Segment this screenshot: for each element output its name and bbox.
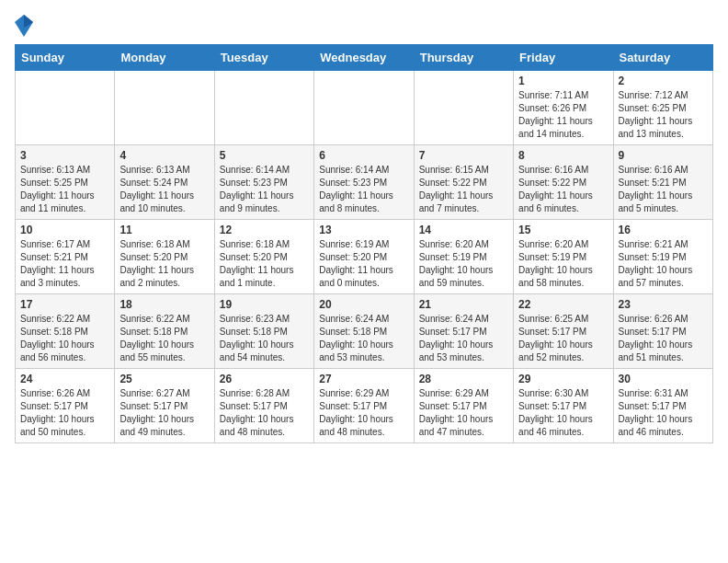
day-number: 3 <box>20 149 109 162</box>
calendar-cell: 7Sunrise: 6:15 AM Sunset: 5:22 PM Daylig… <box>414 145 513 220</box>
calendar-week-4: 17Sunrise: 6:22 AM Sunset: 5:18 PM Dayli… <box>16 294 713 369</box>
calendar-cell: 22Sunrise: 6:25 AM Sunset: 5:17 PM Dayli… <box>514 294 613 369</box>
calendar-cell: 1Sunrise: 7:11 AM Sunset: 6:26 PM Daylig… <box>514 71 613 145</box>
calendar-cell <box>314 71 414 145</box>
day-number: 8 <box>518 149 608 162</box>
calendar-cell: 2Sunrise: 7:12 AM Sunset: 6:25 PM Daylig… <box>613 71 712 145</box>
weekday-header-row: SundayMondayTuesdayWednesdayThursdayFrid… <box>16 45 713 71</box>
calendar-week-1: 1Sunrise: 7:11 AM Sunset: 6:26 PM Daylig… <box>16 71 713 145</box>
day-info: Sunrise: 6:29 AM Sunset: 5:17 PM Dayligh… <box>419 387 508 439</box>
day-info: Sunrise: 6:13 AM Sunset: 5:24 PM Dayligh… <box>119 164 209 215</box>
day-info: Sunrise: 6:27 AM Sunset: 5:17 PM Dayligh… <box>119 387 209 439</box>
weekday-header-sunday: Sunday <box>16 45 115 71</box>
calendar-cell: 16Sunrise: 6:21 AM Sunset: 5:19 PM Dayli… <box>613 220 712 294</box>
calendar-cell: 21Sunrise: 6:24 AM Sunset: 5:17 PM Dayli… <box>414 294 513 369</box>
day-info: Sunrise: 6:22 AM Sunset: 5:18 PM Dayligh… <box>20 313 109 364</box>
calendar-week-5: 24Sunrise: 6:26 AM Sunset: 5:17 PM Dayli… <box>16 369 713 443</box>
day-number: 23 <box>619 298 708 311</box>
calendar-cell: 25Sunrise: 6:27 AM Sunset: 5:17 PM Dayli… <box>115 369 214 443</box>
day-number: 25 <box>119 373 209 385</box>
day-number: 27 <box>319 373 408 385</box>
calendar-cell: 27Sunrise: 6:29 AM Sunset: 5:17 PM Dayli… <box>314 369 414 443</box>
day-number: 28 <box>419 373 508 385</box>
weekday-header-wednesday: Wednesday <box>314 45 414 71</box>
day-info: Sunrise: 6:21 AM Sunset: 5:19 PM Dayligh… <box>619 238 708 290</box>
day-number: 24 <box>20 373 109 385</box>
day-number: 5 <box>220 149 309 162</box>
calendar-cell: 30Sunrise: 6:31 AM Sunset: 5:17 PM Dayli… <box>613 369 712 443</box>
day-info: Sunrise: 6:18 AM Sunset: 5:20 PM Dayligh… <box>119 238 209 290</box>
calendar-cell <box>16 71 115 145</box>
day-info: Sunrise: 6:16 AM Sunset: 5:21 PM Dayligh… <box>619 164 708 215</box>
day-number: 16 <box>619 224 708 236</box>
calendar-cell: 11Sunrise: 6:18 AM Sunset: 5:20 PM Dayli… <box>115 220 214 294</box>
calendar-cell: 18Sunrise: 6:22 AM Sunset: 5:18 PM Dayli… <box>115 294 214 369</box>
day-number: 13 <box>319 224 408 236</box>
calendar-cell: 5Sunrise: 6:14 AM Sunset: 5:23 PM Daylig… <box>214 145 313 220</box>
day-info: Sunrise: 6:16 AM Sunset: 5:22 PM Dayligh… <box>518 164 608 215</box>
calendar-cell: 3Sunrise: 6:13 AM Sunset: 5:25 PM Daylig… <box>16 145 115 220</box>
logo-icon <box>15 15 33 37</box>
calendar-cell: 4Sunrise: 6:13 AM Sunset: 5:24 PM Daylig… <box>115 145 214 220</box>
day-info: Sunrise: 6:18 AM Sunset: 5:20 PM Dayligh… <box>220 238 309 290</box>
day-info: Sunrise: 6:25 AM Sunset: 5:17 PM Dayligh… <box>518 313 608 364</box>
day-info: Sunrise: 6:24 AM Sunset: 5:17 PM Dayligh… <box>419 313 508 364</box>
day-number: 9 <box>619 149 708 162</box>
day-info: Sunrise: 6:29 AM Sunset: 5:17 PM Dayligh… <box>319 387 408 439</box>
page-header <box>15 15 713 37</box>
day-info: Sunrise: 6:23 AM Sunset: 5:18 PM Dayligh… <box>220 313 309 364</box>
calendar-table: SundayMondayTuesdayWednesdayThursdayFrid… <box>15 44 713 443</box>
weekday-header-friday: Friday <box>514 45 613 71</box>
weekday-header-tuesday: Tuesday <box>214 45 313 71</box>
day-number: 18 <box>119 298 209 311</box>
calendar-cell: 26Sunrise: 6:28 AM Sunset: 5:17 PM Dayli… <box>214 369 313 443</box>
calendar-cell: 15Sunrise: 6:20 AM Sunset: 5:19 PM Dayli… <box>514 220 613 294</box>
calendar-cell: 29Sunrise: 6:30 AM Sunset: 5:17 PM Dayli… <box>514 369 613 443</box>
day-info: Sunrise: 6:26 AM Sunset: 5:17 PM Dayligh… <box>20 387 109 439</box>
day-number: 2 <box>619 75 708 87</box>
calendar-cell: 8Sunrise: 6:16 AM Sunset: 5:22 PM Daylig… <box>514 145 613 220</box>
day-info: Sunrise: 6:17 AM Sunset: 5:21 PM Dayligh… <box>20 238 109 290</box>
calendar-cell: 13Sunrise: 6:19 AM Sunset: 5:20 PM Dayli… <box>314 220 414 294</box>
day-number: 21 <box>419 298 508 311</box>
day-number: 11 <box>119 224 209 236</box>
day-number: 19 <box>220 298 309 311</box>
weekday-header-thursday: Thursday <box>414 45 513 71</box>
day-number: 30 <box>619 373 708 385</box>
calendar-cell: 9Sunrise: 6:16 AM Sunset: 5:21 PM Daylig… <box>613 145 712 220</box>
day-info: Sunrise: 6:26 AM Sunset: 5:17 PM Dayligh… <box>619 313 708 364</box>
day-number: 14 <box>419 224 508 236</box>
logo <box>15 15 37 37</box>
calendar-cell: 10Sunrise: 6:17 AM Sunset: 5:21 PM Dayli… <box>16 220 115 294</box>
day-info: Sunrise: 6:28 AM Sunset: 5:17 PM Dayligh… <box>220 387 309 439</box>
day-number: 10 <box>20 224 109 236</box>
day-info: Sunrise: 6:20 AM Sunset: 5:19 PM Dayligh… <box>419 238 508 290</box>
calendar-cell: 17Sunrise: 6:22 AM Sunset: 5:18 PM Dayli… <box>16 294 115 369</box>
calendar-cell <box>115 71 214 145</box>
day-info: Sunrise: 6:14 AM Sunset: 5:23 PM Dayligh… <box>319 164 408 215</box>
day-number: 29 <box>518 373 608 385</box>
day-info: Sunrise: 6:13 AM Sunset: 5:25 PM Dayligh… <box>20 164 109 215</box>
day-info: Sunrise: 7:12 AM Sunset: 6:25 PM Dayligh… <box>619 89 708 141</box>
weekday-header-saturday: Saturday <box>613 45 712 71</box>
day-number: 22 <box>518 298 608 311</box>
weekday-header-monday: Monday <box>115 45 214 71</box>
day-number: 4 <box>119 149 209 162</box>
calendar-cell: 28Sunrise: 6:29 AM Sunset: 5:17 PM Dayli… <box>414 369 513 443</box>
calendar-cell: 19Sunrise: 6:23 AM Sunset: 5:18 PM Dayli… <box>214 294 313 369</box>
calendar-cell: 14Sunrise: 6:20 AM Sunset: 5:19 PM Dayli… <box>414 220 513 294</box>
calendar-cell <box>414 71 513 145</box>
day-number: 1 <box>518 75 608 87</box>
day-info: Sunrise: 6:31 AM Sunset: 5:17 PM Dayligh… <box>619 387 708 439</box>
calendar-week-3: 10Sunrise: 6:17 AM Sunset: 5:21 PM Dayli… <box>16 220 713 294</box>
day-info: Sunrise: 6:30 AM Sunset: 5:17 PM Dayligh… <box>518 387 608 439</box>
day-number: 12 <box>220 224 309 236</box>
day-info: Sunrise: 6:19 AM Sunset: 5:20 PM Dayligh… <box>319 238 408 290</box>
day-number: 6 <box>319 149 408 162</box>
calendar-week-2: 3Sunrise: 6:13 AM Sunset: 5:25 PM Daylig… <box>16 145 713 220</box>
day-number: 7 <box>419 149 508 162</box>
day-info: Sunrise: 6:15 AM Sunset: 5:22 PM Dayligh… <box>419 164 508 215</box>
day-info: Sunrise: 7:11 AM Sunset: 6:26 PM Dayligh… <box>518 89 608 141</box>
calendar-cell: 24Sunrise: 6:26 AM Sunset: 5:17 PM Dayli… <box>16 369 115 443</box>
calendar-cell: 12Sunrise: 6:18 AM Sunset: 5:20 PM Dayli… <box>214 220 313 294</box>
